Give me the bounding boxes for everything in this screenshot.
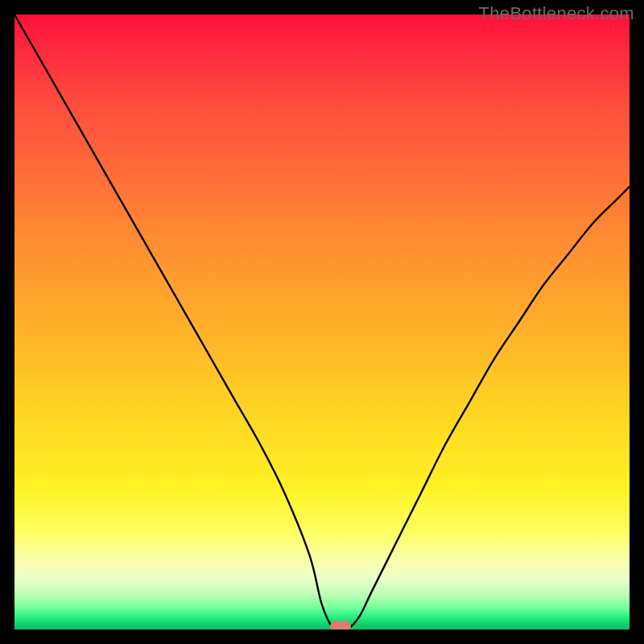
plot-area (14, 14, 630, 630)
watermark-text: TheBottleneck.com (479, 3, 634, 24)
bottleneck-curve (14, 14, 630, 630)
sweet-spot-marker (330, 621, 351, 630)
chart-frame: TheBottleneck.com (0, 0, 644, 644)
